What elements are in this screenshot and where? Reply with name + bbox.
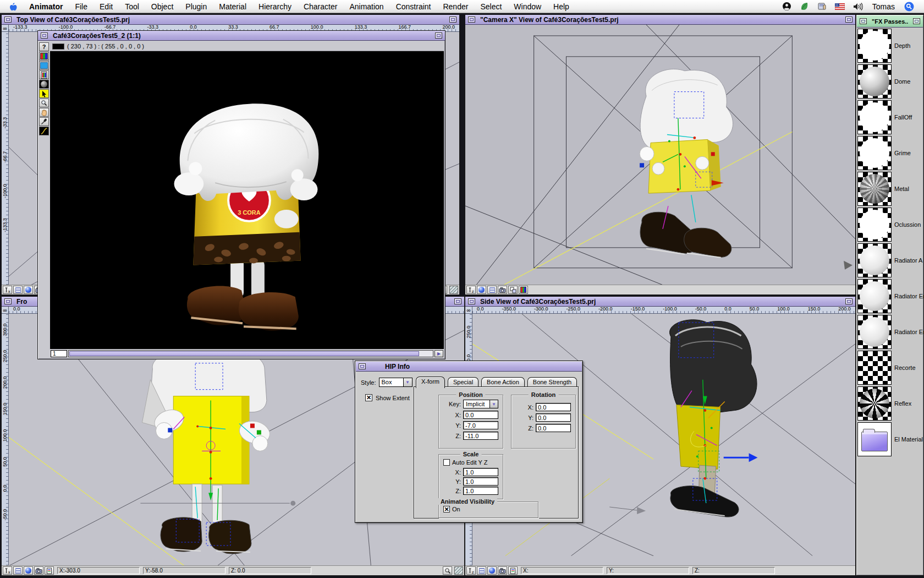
camera-icon[interactable] <box>498 566 507 575</box>
position-x-field[interactable] <box>463 411 498 419</box>
app-window-icon[interactable] <box>817 2 827 11</box>
material-item[interactable]: Radiator Er <box>857 314 922 350</box>
tab[interactable]: X-form <box>416 377 445 388</box>
material-item[interactable]: Reflex <box>857 385 922 421</box>
collapse-icon[interactable] <box>845 298 853 304</box>
material-item[interactable]: Radiator A <box>857 242 922 278</box>
show-extent-checkbox[interactable] <box>365 394 372 401</box>
material-item[interactable]: Recorte <box>857 350 922 385</box>
menu-item-animator[interactable]: Animator <box>23 2 69 11</box>
material-item[interactable]: El Material <box>857 421 922 457</box>
image-document-icon[interactable] <box>39 70 49 79</box>
resize-grip[interactable] <box>449 286 458 294</box>
material-item[interactable]: Metal <box>857 171 922 206</box>
eyedropper-icon[interactable] <box>39 117 49 126</box>
menu-item[interactable]: Window <box>508 2 547 11</box>
tab[interactable]: Bone Action <box>481 377 525 387</box>
collapse-icon[interactable] <box>454 298 461 304</box>
axis-icon[interactable]: x <box>3 566 12 575</box>
rgb-channels-icon[interactable] <box>519 286 528 294</box>
pan-hand-icon[interactable] <box>39 108 49 117</box>
hip-info-titlebar[interactable]: HIP Info <box>356 362 582 372</box>
render-canvas[interactable]: 3 CORA <box>50 51 444 349</box>
material-item[interactable]: Oclussion <box>857 206 922 242</box>
material-item[interactable]: Radiator Er <box>857 278 922 314</box>
scale-y-field[interactable] <box>463 477 498 486</box>
material-item[interactable]: Grime <box>857 135 922 171</box>
chevron-down-icon[interactable]: ▼ <box>490 400 498 408</box>
menu-item[interactable]: Object <box>145 2 179 11</box>
camera-viewport[interactable] <box>465 25 855 285</box>
flag-icon[interactable] <box>835 3 845 10</box>
render-sphere-icon[interactable] <box>39 80 49 89</box>
close-icon[interactable] <box>41 32 48 39</box>
step-forward-button[interactable]: ▶ <box>435 350 443 357</box>
rotation-x-field[interactable] <box>536 403 571 411</box>
timeline-scrollbar[interactable] <box>68 350 433 357</box>
fx-palette-titlebar[interactable]: "FX Passes... <box>857 15 923 28</box>
rotation-z-field[interactable] <box>536 424 571 432</box>
zoom-tool-icon[interactable] <box>39 99 49 107</box>
material-item[interactable]: Depth <box>857 28 922 63</box>
collapse-icon[interactable] <box>435 32 442 39</box>
menu-item[interactable]: Select <box>474 2 508 11</box>
material-item[interactable]: FallOff <box>857 99 922 135</box>
menu-item[interactable]: Hierarchy <box>252 2 298 11</box>
leaf-icon[interactable] <box>800 2 809 11</box>
menu-item[interactable]: Edit <box>94 2 119 11</box>
chevron-down-icon[interactable]: ▼ <box>403 378 413 387</box>
collapse-icon[interactable] <box>449 17 457 23</box>
render-window-titlebar[interactable]: Café3CoraçõesTest5_2 (1:1) <box>38 31 445 41</box>
close-icon[interactable] <box>4 17 12 23</box>
rotation-y-field[interactable] <box>536 413 571 422</box>
user-status-icon[interactable] <box>782 2 791 11</box>
menu-item[interactable]: Animation <box>343 2 389 11</box>
position-z-field[interactable] <box>463 432 498 440</box>
menu-item[interactable]: Render <box>437 2 474 11</box>
menu-item[interactable]: File <box>69 2 94 11</box>
resize-grip[interactable] <box>454 566 463 575</box>
camera-icon[interactable] <box>498 286 507 294</box>
filmstrip-icon[interactable] <box>477 566 486 575</box>
filmstrip-icon[interactable] <box>13 286 23 294</box>
camera-icon[interactable] <box>34 566 43 575</box>
menu-item[interactable]: Tool <box>119 2 145 11</box>
menu-item[interactable]: Character <box>298 2 343 11</box>
visibility-on-checkbox[interactable] <box>443 506 450 512</box>
menu-item[interactable]: Plugin <box>179 2 213 11</box>
tab[interactable]: Bone Strength <box>527 377 577 387</box>
collapse-icon[interactable] <box>845 17 853 23</box>
camera-view-titlebar[interactable]: "Camera X" View of Café3CoraçõesTest5.pr… <box>465 15 855 25</box>
apple-menu-icon[interactable] <box>9 2 18 11</box>
close-icon[interactable] <box>468 298 475 304</box>
username[interactable]: Tomas <box>871 2 896 11</box>
axis-icon[interactable]: z <box>466 566 476 575</box>
sphere-icon[interactable] <box>487 566 497 575</box>
spotlight-search-icon[interactable] <box>904 2 914 12</box>
note-icon[interactable] <box>45 566 54 575</box>
tab[interactable]: Special <box>448 377 479 387</box>
key-dropdown[interactable]: Implicit ▼ <box>463 400 498 408</box>
close-icon[interactable] <box>468 17 475 23</box>
close-icon[interactable] <box>860 18 867 24</box>
scrollbar-thumb[interactable] <box>69 351 419 356</box>
axis-icon[interactable]: z <box>466 286 476 294</box>
top-view-titlebar[interactable]: Top View of Café3CoraçõesTest5.prj <box>2 15 459 25</box>
scale-z-field[interactable] <box>463 487 498 495</box>
position-y-field[interactable] <box>463 421 498 429</box>
sphere-icon[interactable] <box>477 286 486 294</box>
close-icon[interactable] <box>359 363 366 369</box>
help-icon[interactable]: ? <box>39 42 49 51</box>
scale-x-field[interactable] <box>463 468 498 476</box>
rgb-channels-icon[interactable] <box>39 52 49 61</box>
filmstrip-icon[interactable] <box>487 286 497 294</box>
sphere-icon[interactable] <box>24 566 33 575</box>
auto-edit-checkbox[interactable] <box>443 459 450 466</box>
layout-icon[interactable] <box>508 286 518 294</box>
menu-item[interactable]: Material <box>213 2 252 11</box>
axis-icon[interactable]: x <box>3 286 12 294</box>
magnifier-icon[interactable] <box>443 566 452 575</box>
pointer-tool-icon[interactable] <box>39 89 49 98</box>
close-icon[interactable] <box>4 298 12 304</box>
zoom-box-icon[interactable] <box>913 18 920 24</box>
